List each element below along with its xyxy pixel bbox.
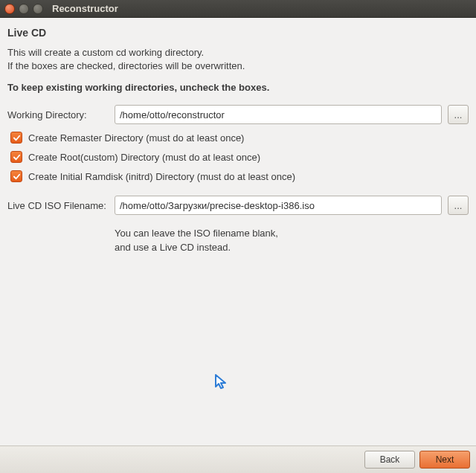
maximize-icon[interactable] — [33, 4, 43, 14]
description: This will create a custom cd working dir… — [7, 46, 469, 73]
iso-browse-button[interactable]: ... — [448, 196, 469, 215]
checkbox-initrd-row: Create Initial Ramdisk (initrd) Director… — [10, 170, 469, 182]
page-heading: Live CD — [7, 27, 469, 39]
iso-hint: You can leave the ISO filename blank, an… — [115, 227, 469, 254]
checkbox-initrd-label[interactable]: Create Initial Ramdisk (initrd) Director… — [28, 171, 295, 182]
working-directory-row: Working Directory: ... — [7, 105, 469, 124]
footer: Back Next — [0, 445, 476, 473]
checkbox-root[interactable] — [10, 151, 22, 163]
working-directory-browse-button[interactable]: ... — [448, 105, 469, 124]
iso-row: Live CD ISO Filename: ... — [7, 196, 469, 215]
spacer — [7, 254, 469, 441]
checkbox-remaster-label[interactable]: Create Remaster Directory (must do at le… — [28, 132, 244, 144]
content-area: Live CD This will create a custom cd wor… — [0, 18, 476, 445]
back-button[interactable]: Back — [364, 451, 415, 469]
window-title: Reconstructor — [52, 3, 118, 14]
working-directory-label: Working Directory: — [7, 109, 109, 120]
description-line2: If the boxes are checked, directories wi… — [7, 60, 245, 71]
checkbox-remaster[interactable] — [10, 132, 22, 144]
working-directory-input[interactable] — [115, 105, 442, 124]
checkbox-remaster-row: Create Remaster Directory (must do at le… — [10, 132, 469, 144]
check-icon — [13, 153, 21, 161]
iso-label: Live CD ISO Filename: — [7, 200, 109, 211]
description-line1: This will create a custom cd working dir… — [7, 47, 204, 58]
cursor-icon — [214, 373, 229, 391]
window-controls — [4, 4, 43, 14]
close-icon[interactable] — [4, 4, 15, 14]
minimize-icon[interactable] — [19, 4, 29, 14]
checkbox-root-row: Create Root(custom) Directory (must do a… — [10, 151, 469, 163]
iso-hint-line2: and use a Live CD instead. — [115, 242, 231, 253]
next-button[interactable]: Next — [419, 451, 470, 469]
checkbox-root-label[interactable]: Create Root(custom) Directory (must do a… — [28, 152, 260, 163]
checkbox-initrd[interactable] — [10, 170, 22, 182]
keep-note: To keep existing working directories, un… — [7, 82, 469, 93]
check-icon — [13, 173, 21, 181]
iso-hint-line1: You can leave the ISO filename blank, — [115, 228, 278, 239]
titlebar: Reconstructor — [0, 0, 476, 18]
check-icon — [13, 134, 21, 142]
iso-filename-input[interactable] — [115, 196, 442, 215]
